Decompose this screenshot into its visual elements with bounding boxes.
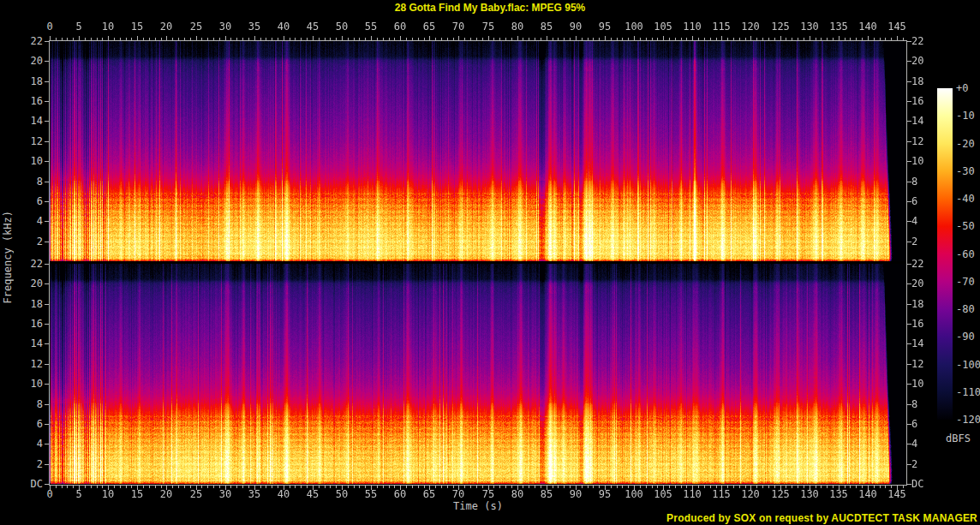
time-tick-top <box>56 38 57 40</box>
time-tick-top <box>605 36 606 40</box>
time-tick-top <box>839 36 840 40</box>
time-tick-bottom <box>178 486 179 488</box>
time-tick-top <box>383 38 384 40</box>
freq-tick-left <box>45 283 49 284</box>
time-tick-top <box>137 36 138 40</box>
freq-tick-label: 6 <box>911 419 937 429</box>
time-tick-label: 120 <box>735 21 766 32</box>
time-tick-label: 55 <box>356 21 386 32</box>
time-axis-label: Time (s) <box>444 501 512 511</box>
time-tick-top <box>663 36 664 40</box>
freq-tick-label: 16 <box>911 319 937 329</box>
time-tick-bottom <box>845 486 846 488</box>
time-tick-top <box>628 38 629 40</box>
freq-tick-left <box>45 424 49 425</box>
time-tick-bottom <box>201 486 202 488</box>
freq-tick-label: 14 <box>21 338 43 349</box>
time-tick-label: 135 <box>823 489 854 499</box>
time-tick-bottom <box>447 486 448 488</box>
time-tick-top <box>236 38 237 40</box>
time-tick-bottom <box>91 486 92 488</box>
time-tick-bottom <box>675 486 676 488</box>
time-tick-label: 125 <box>765 21 796 32</box>
time-tick-top <box>885 38 886 40</box>
time-tick-label: 130 <box>794 21 825 32</box>
freq-tick-label: 20 <box>911 278 937 289</box>
time-tick-label: 145 <box>881 489 912 499</box>
time-tick-top <box>412 38 413 40</box>
time-tick-top <box>850 38 851 40</box>
time-tick-bottom <box>230 486 231 488</box>
time-tick-label: 45 <box>297 21 328 32</box>
time-tick-top <box>260 38 261 40</box>
time-tick-top <box>804 38 804 40</box>
time-tick-label: 35 <box>239 21 270 32</box>
time-tick-top <box>816 38 816 40</box>
time-tick-top <box>418 38 419 40</box>
time-tick-label: 70 <box>443 489 474 499</box>
time-tick-top <box>529 38 529 40</box>
axis-line-left <box>49 40 50 486</box>
freq-tick-label: 16 <box>911 96 937 106</box>
time-tick-bottom <box>149 486 150 488</box>
freq-tick-label: 2 <box>911 459 937 469</box>
freq-tick-left <box>45 484 49 485</box>
time-tick-top <box>756 38 757 40</box>
time-tick-bottom <box>330 486 331 488</box>
time-tick-top <box>593 38 594 40</box>
time-tick-bottom <box>295 486 296 488</box>
freq-tick-left <box>45 41 49 42</box>
time-tick-label: 50 <box>326 21 357 32</box>
time-tick-top <box>517 36 518 40</box>
time-tick-label: 20 <box>151 489 182 499</box>
time-tick-top <box>640 38 641 40</box>
time-tick-top <box>646 38 647 40</box>
time-tick-top <box>371 36 372 40</box>
time-tick-top <box>798 38 798 40</box>
time-tick-top <box>576 36 577 40</box>
time-tick-top <box>155 38 156 40</box>
time-tick-label: 5 <box>63 489 94 499</box>
time-tick-label: 40 <box>268 489 299 499</box>
time-tick-top <box>464 38 465 40</box>
freq-tick-label: 20 <box>21 278 43 289</box>
time-tick-top <box>389 38 390 40</box>
time-tick-top <box>880 38 881 40</box>
time-tick-top <box>254 36 255 40</box>
time-tick-bottom <box>874 486 875 488</box>
time-tick-bottom <box>377 486 378 488</box>
freq-tick-label: 14 <box>911 116 937 126</box>
time-tick-bottom <box>821 486 822 488</box>
time-tick-bottom <box>62 486 63 488</box>
freq-tick-label: 20 <box>21 56 43 66</box>
freq-tick-left <box>45 141 49 142</box>
time-tick-bottom <box>593 486 594 488</box>
freq-tick-left <box>45 101 49 102</box>
time-tick-label: 55 <box>356 489 386 499</box>
time-tick-top <box>821 38 822 40</box>
time-tick-top <box>295 38 296 40</box>
freq-tick-label: 10 <box>21 156 43 166</box>
time-tick-label: 25 <box>181 21 212 32</box>
page-title: 28 Gotta Find My Baby.flac: MPEG 95% <box>0 2 980 14</box>
time-tick-bottom <box>290 486 290 488</box>
level-tick-label: -30 <box>956 166 980 176</box>
time-tick-label: 85 <box>531 21 562 32</box>
level-tick-label: -110 <box>956 387 980 397</box>
freq-tick-label: 4 <box>911 216 937 226</box>
freq-tick-label: 12 <box>911 359 937 369</box>
time-tick-label: 10 <box>93 489 123 499</box>
time-tick-bottom <box>213 486 214 488</box>
time-tick-label: 90 <box>560 489 591 499</box>
freq-tick-label: 18 <box>21 76 43 87</box>
time-tick-label: 80 <box>502 489 533 499</box>
time-tick-bottom <box>850 486 851 488</box>
time-tick-bottom <box>681 486 682 488</box>
time-tick-label: 140 <box>852 21 883 32</box>
time-tick-top <box>319 38 320 40</box>
time-tick-bottom <box>172 486 173 488</box>
axis-line-right <box>906 40 907 486</box>
time-tick-bottom <box>493 486 494 488</box>
freq-tick-label: 22 <box>911 36 937 46</box>
time-tick-bottom <box>418 486 419 488</box>
